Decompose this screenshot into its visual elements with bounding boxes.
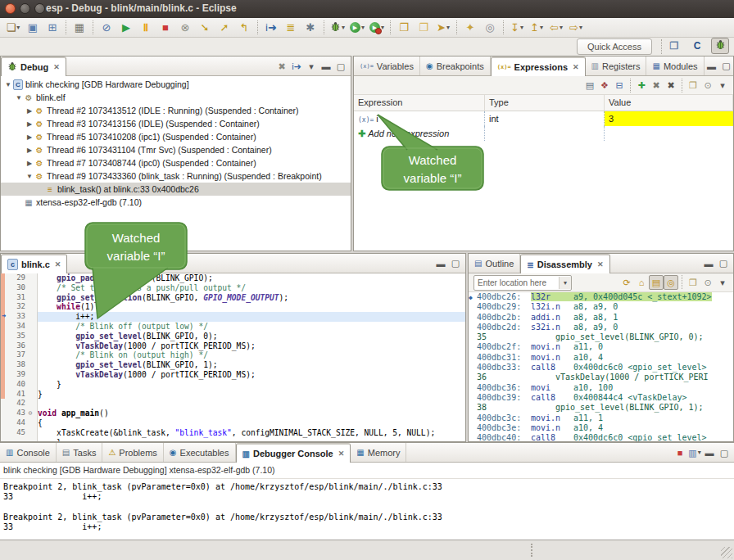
perspective-open-perspective[interactable]: ❐ bbox=[665, 38, 683, 54]
tab-debug[interactable]: Debug ✕ bbox=[1, 56, 66, 76]
resize-grip[interactable] bbox=[721, 547, 732, 558]
disassembly-instruction-row[interactable]: 400dbc29:l32i.na8, a9, 0 bbox=[469, 302, 733, 312]
disassembly-source-row[interactable]: 35gpio_set_level(BLINK_GPIO, 0); bbox=[469, 332, 733, 342]
location-input[interactable]: Enter location here bbox=[474, 278, 559, 287]
minimize-view-button[interactable]: ▬ bbox=[702, 445, 717, 460]
view-menu-button[interactable]: ▾ bbox=[715, 78, 730, 93]
console-output[interactable]: Breakpoint 2, blink_task (pvParameter=0x… bbox=[0, 479, 734, 532]
code-line-35[interactable]: 35 gpio_set_level(BLINK_GPIO, 0); bbox=[1, 332, 465, 341]
code-line-29[interactable]: 29 gpio_pad_select_gpio(BLINK_GPIO); bbox=[1, 273, 465, 283]
tab-expressions[interactable]: (x)=Expressions✕ bbox=[491, 56, 586, 76]
quick-access-button[interactable]: Quick Access bbox=[577, 38, 652, 55]
save-all-button[interactable]: ⊞ bbox=[43, 20, 61, 36]
code-line-31[interactable]: 31 gpio_set_direction(BLINK_GPIO, GPIO_M… bbox=[1, 293, 465, 303]
code-line-37[interactable]: 37 /* Blink on (output high) */ bbox=[1, 350, 465, 360]
disassembly-instruction-row[interactable]: 400dbc33:call80x400dc6c0 <gpio_set_level… bbox=[469, 363, 733, 373]
pin-view-button[interactable]: ⊙ bbox=[700, 78, 715, 93]
minimize-view-icon[interactable]: ▬ bbox=[433, 256, 448, 271]
pin-view-button[interactable]: ⊙ bbox=[700, 275, 715, 290]
collapse-all-button[interactable]: ⊟ bbox=[612, 78, 627, 93]
disassembly-instruction-row[interactable]: 400dbc3c:movi.na11, 1 bbox=[469, 413, 733, 423]
code-editor[interactable]: 29 gpio_pad_select_gpio(BLINK_GPIO);30 /… bbox=[1, 273, 465, 442]
open-type-button[interactable]: ◎ bbox=[481, 20, 499, 36]
collapsed-arrow-icon[interactable]: ▶ bbox=[25, 133, 34, 141]
tab-executables[interactable]: ◉Executables bbox=[164, 443, 236, 462]
tab-console[interactable]: ▥Console bbox=[0, 443, 57, 462]
close-icon[interactable]: ✕ bbox=[55, 260, 61, 269]
open-new-view-button[interactable]: ❐ bbox=[686, 78, 700, 93]
collapsed-arrow-icon[interactable]: ▶ bbox=[25, 120, 34, 128]
search-button[interactable]: ✦ bbox=[461, 20, 479, 36]
tab-variables[interactable]: (x)=Variables bbox=[354, 56, 420, 75]
instruction-stepping-button[interactable]: i➜ bbox=[262, 20, 280, 36]
disassembly-instruction-row[interactable]: 400dbc2f:movi.na11, 0 bbox=[469, 342, 733, 352]
expanded-arrow-icon[interactable]: ▼ bbox=[25, 173, 34, 180]
skip-all-breakpoints-button[interactable]: ⊘ bbox=[97, 20, 116, 36]
view-menu-button[interactable]: ▾ bbox=[304, 59, 319, 74]
close-icon[interactable]: ✕ bbox=[53, 63, 60, 71]
disassembly-instruction-row[interactable]: 400dbc2b:addi.na8, a8, 1 bbox=[469, 313, 733, 323]
debug-tree-thread-row[interactable]: ▶⚙Thread #6 1073431104 (Tmr Svc) (Suspen… bbox=[1, 143, 351, 156]
disassembly-instruction-row[interactable]: 400dbc36:movia10, 100 bbox=[469, 383, 733, 393]
maximize-view-button[interactable]: ▢ bbox=[333, 59, 348, 74]
maximize-view-icon[interactable]: ▢ bbox=[448, 256, 463, 271]
close-icon[interactable]: ✕ bbox=[597, 260, 604, 269]
disassembly-instruction-row[interactable]: ◆400dbc26:l32ra9, 0x400d045c <_stext+109… bbox=[469, 292, 733, 302]
go-home-button[interactable]: ⌂ bbox=[634, 275, 649, 290]
print-button[interactable]: ▦ bbox=[70, 20, 88, 36]
last-edit-location-button[interactable]: ↧▾ bbox=[508, 20, 526, 36]
code-line-44[interactable]: 44{ bbox=[1, 418, 465, 428]
show-source-button[interactable]: ▤ bbox=[649, 275, 664, 290]
disassembly-source-row[interactable]: 38gpio_set_level(BLINK_GPIO, 1); bbox=[469, 403, 733, 413]
disassembly-instruction-row[interactable]: 400dbc3e:movi.na10, 4 bbox=[469, 423, 733, 433]
debug-tree-elf-row[interactable]: ▼⚙blink.elf bbox=[1, 91, 351, 104]
minimize-view-icon[interactable]: ▬ bbox=[701, 256, 716, 271]
debug-tree-c-app-row[interactable]: ▼Cblink checking [GDB Hardware Debugging… bbox=[1, 78, 351, 91]
show-logical-structures-button[interactable]: ❖ bbox=[597, 78, 612, 93]
suspend-button[interactable]: Ⅱ bbox=[137, 20, 155, 36]
code-line-45[interactable]: 45 xTaskCreate(&blink_task, "blink_task"… bbox=[1, 428, 465, 438]
minimize-view-button[interactable]: ▬ bbox=[319, 59, 333, 74]
terminate-button[interactable]: ■ bbox=[156, 20, 174, 36]
add-expression-row[interactable]: ✚Add new expression bbox=[354, 126, 733, 141]
add-expression-button[interactable]: ✚ bbox=[634, 78, 649, 93]
forward-history-button[interactable]: ⇨▾ bbox=[567, 20, 585, 36]
back-history-button[interactable]: ⇦▾ bbox=[547, 20, 565, 36]
instruction-stepping-mode-button[interactable]: i➜ bbox=[289, 59, 304, 74]
close-icon[interactable]: ✕ bbox=[573, 63, 579, 71]
expression-row[interactable]: (x)=iint3 bbox=[354, 111, 733, 126]
perspective-debug-perspective[interactable] bbox=[711, 38, 729, 54]
debug-tree-thread-row[interactable]: ▼⚙Thread #9 1073433360 (blink_task : Run… bbox=[1, 169, 351, 183]
collapsed-arrow-icon[interactable]: ▶ bbox=[25, 147, 34, 154]
code-line-30[interactable]: 30 /* Set the GPIO as a push/pull output… bbox=[1, 283, 465, 293]
disassembly-instruction-row[interactable]: 400dbc39:call80x400844c4 <vTaskDelay> bbox=[469, 393, 733, 403]
remove-launch-button[interactable]: ■ bbox=[673, 445, 687, 460]
tab-tasks[interactable]: ▤Tasks bbox=[57, 443, 103, 462]
remove-all-expressions-button[interactable]: ✖ bbox=[664, 78, 678, 93]
fold-collapse-icon[interactable]: ⊖ bbox=[25, 409, 35, 418]
drop-to-frame-button[interactable]: ≣ bbox=[282, 20, 300, 36]
window-maximize-button[interactable] bbox=[34, 3, 45, 14]
code-line-38[interactable]: 38 gpio_set_level(BLINK_GPIO, 1); bbox=[1, 360, 465, 370]
new-wizard-button[interactable]: ❏▾ bbox=[4, 20, 22, 36]
tab-modules[interactable]: ▦Modules bbox=[646, 56, 704, 75]
code-line-43[interactable]: 43⊖void app_main() bbox=[1, 409, 465, 418]
disassembly-instruction-row[interactable]: 400dbc2d:s32i.na8, a9, 0 bbox=[469, 323, 733, 332]
code-line-42[interactable]: 42 bbox=[1, 399, 465, 409]
tab-breakpoints[interactable]: ◉Breakpoints bbox=[420, 56, 491, 75]
tab-registers[interactable]: ▥Registers bbox=[586, 56, 647, 75]
open-resource-button[interactable]: ❐ bbox=[415, 20, 433, 36]
minimize-view-icon[interactable]: ▬ bbox=[705, 59, 719, 74]
column-value[interactable]: Value bbox=[605, 95, 733, 111]
step-into-button[interactable]: ➘ bbox=[196, 20, 214, 36]
disassembly-source-row[interactable]: 36vTaskDelay(1000 / portTICK_PERI bbox=[469, 373, 733, 382]
tab-blink-c[interactable]: c blink.c ✕ bbox=[1, 254, 67, 273]
resume-button[interactable]: ▶ bbox=[117, 20, 135, 36]
location-combo[interactable]: Enter location here ▾ bbox=[473, 275, 572, 291]
save-button[interactable]: ▣ bbox=[24, 20, 42, 36]
debug-tree-gdb-row[interactable]: ▦xtensa-esp32-elf-gdb (7.10) bbox=[1, 196, 351, 209]
open-new-view-button[interactable]: ❐ bbox=[686, 275, 700, 290]
debug-tree-thread-row[interactable]: ▶⚙Thread #5 1073410208 (ipc1) (Suspended… bbox=[1, 130, 351, 143]
run-launch-button[interactable]: ▶▾ bbox=[348, 20, 366, 36]
maximize-view-icon[interactable]: ▢ bbox=[716, 256, 731, 271]
